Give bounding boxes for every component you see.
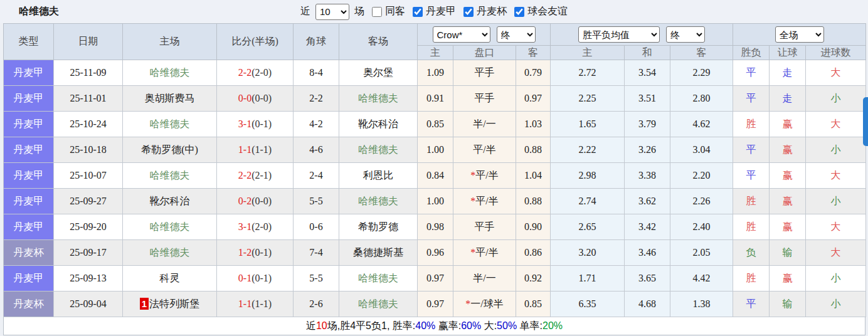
ah-home-odds: 0.85 <box>418 112 453 137</box>
result-wdl: 胜 <box>733 112 770 137</box>
scope-select[interactable]: 全场 <box>775 26 824 43</box>
result-goals: 小 <box>806 189 866 214</box>
halftime-score: (0-1) <box>251 273 272 283</box>
cup-dk-checkbox[interactable] <box>463 7 474 17</box>
match-type: 丹麦甲 <box>4 189 54 214</box>
away-team-cell: 哈维德夫 <box>339 86 418 112</box>
score-cell: 0-0(0-0) <box>217 86 294 112</box>
filter-controls: 近 10 场 同客 丹麦甲 丹麦杯 球会友谊 <box>0 0 868 23</box>
league-dk1-checkbox[interactable] <box>413 7 423 17</box>
cup-dk-label: 丹麦杯 <box>477 5 507 18</box>
ah-away-odds: 0.97 <box>516 86 551 112</box>
result-wdl: 胜 <box>733 266 770 291</box>
eu-home-odds: 2.72 <box>551 60 625 86</box>
score-cell: 1-2(0-1) <box>217 240 294 266</box>
subcol-handicap: 盘口 <box>453 46 516 60</box>
recent-count-select[interactable]: 10 <box>315 4 349 20</box>
col-header-home: 主场 <box>123 24 217 60</box>
away-team-cell: 哈维德夫 <box>339 266 418 291</box>
score-cell: 2-2(2-1) <box>217 163 294 189</box>
eu-home-odds: 1.71 <box>551 266 625 291</box>
match-date: 25-10-18 <box>54 137 123 163</box>
eu-away-odds: 2.80 <box>670 86 733 112</box>
ah-away-odds: 0.85 <box>516 291 551 317</box>
match-type: 丹麦甲 <box>4 60 54 86</box>
away-team-cell: 哈维德夫 <box>339 189 418 214</box>
match-date: 25-11-01 <box>54 86 123 112</box>
eu-away-odds: 4.42 <box>670 266 733 291</box>
summary-segment: 赢率: <box>435 320 461 331</box>
eu-home-odds: 2.74 <box>551 189 625 214</box>
result-wdl: 平 <box>733 86 770 112</box>
away-team-cell: 哈维德夫 <box>339 291 418 317</box>
away-team-name: 奥尔堡 <box>363 67 393 78</box>
match-type: 丹麦杯 <box>4 240 54 266</box>
fulltime-score: 0-0 <box>238 93 251 103</box>
handicap-line: 半/一 <box>453 112 516 137</box>
home-rank-badge: 1 <box>140 298 149 310</box>
summary-segment: 大: <box>481 320 497 331</box>
fulltime-score: 3-1 <box>238 118 251 129</box>
ah-away-odds: 0.90 <box>516 214 551 240</box>
handicap-line: *平/半 <box>453 189 516 214</box>
subcol-ah-home: 主 <box>418 46 453 60</box>
match-type: 丹麦甲 <box>4 214 54 240</box>
result-goals: 小 <box>806 137 866 163</box>
ah-away-odds: 1.04 <box>516 163 551 189</box>
away-team-name: 哈维德夫 <box>358 273 398 283</box>
result-handicap: 赢 <box>770 266 806 291</box>
eu-home-odds: 2.65 <box>551 214 625 240</box>
same-away-checkbox[interactable] <box>372 7 382 17</box>
same-away-label: 同客 <box>385 5 405 18</box>
eu-away-odds: 4.62 <box>670 112 733 137</box>
eu-home-odds: 6.35 <box>551 291 625 317</box>
handicap-line: 平手 <box>453 86 516 112</box>
fulltime-score: 0-2 <box>238 196 251 206</box>
halftime-score: (2-0) <box>251 221 272 232</box>
match-type: 丹麦杯 <box>4 291 54 317</box>
eu-company-select[interactable]: 胜平负均值 <box>578 26 660 43</box>
corners: 4-2 <box>294 112 339 137</box>
corners: 5-5 <box>294 266 339 291</box>
ah-home-odds: 0.91 <box>418 86 453 112</box>
ah-home-odds: 1.09 <box>418 60 453 86</box>
home-team-cell: 哈维德夫 <box>123 214 217 240</box>
score-cell: 0-2(0-0) <box>217 189 294 214</box>
ah-away-odds: 0.88 <box>516 137 551 163</box>
away-team-name: 希勒罗德 <box>358 221 398 232</box>
table-row: 丹麦甲 25-10-18 希勒罗德(中) 1-1(1-1) 4-6 哈维德夫 1… <box>4 137 866 163</box>
eu-time-select[interactable]: 终 <box>666 26 705 43</box>
eu-home-odds: 2.22 <box>551 137 625 163</box>
ah-home-odds: 0.97 <box>418 266 453 291</box>
table-row: 丹麦甲 25-11-09 哈维德夫 2-2(2-0) 8-4 奥尔堡 1.09 … <box>4 60 866 86</box>
halftime-score: (0-1) <box>251 247 272 258</box>
match-date: 25-09-17 <box>54 240 123 266</box>
result-wdl: 平 <box>733 291 770 317</box>
eu-draw-odds: 3.42 <box>625 214 670 240</box>
table-row: 丹麦甲 25-09-13 科灵 0-1(0-1) 5-5 哈维德夫 0.97 半… <box>4 266 866 291</box>
ah-time-select[interactable]: 终 <box>497 26 536 43</box>
table-row: 丹麦甲 25-11-01 奥胡斯费马 0-0(0-0) 2-2 哈维德夫 0.9… <box>4 86 866 112</box>
page-title: 哈维德夫 <box>19 5 59 18</box>
result-goals: 小 <box>806 86 866 112</box>
score-cell: 1-1(1-1) <box>217 137 294 163</box>
ah-away-odds: 0.92 <box>516 266 551 291</box>
home-team-name: 奥胡斯费马 <box>145 93 195 103</box>
result-wdl: 平 <box>733 60 770 86</box>
result-goals: 大 <box>806 163 866 189</box>
handicap-line: 半/一 <box>453 266 516 291</box>
away-team-cell: 靴尔科治 <box>339 112 418 137</box>
col-header-corners: 角球 <box>294 24 339 60</box>
col-header-away: 客场 <box>339 24 418 60</box>
friendly-checkbox[interactable] <box>514 7 524 17</box>
eu-home-odds: 3.20 <box>551 240 625 266</box>
corners: 0-6 <box>294 214 339 240</box>
ah-away-odds: 0.79 <box>516 60 551 86</box>
table-row: 丹麦甲 25-10-24 哈维德夫 3-1(0-1) 4-2 靴尔科治 0.85… <box>4 112 866 137</box>
result-wdl: 负 <box>733 240 770 266</box>
ah-home-odds: 0.98 <box>418 214 453 240</box>
ah-company-select[interactable]: Crow* <box>433 26 490 43</box>
ah-home-odds: 0.96 <box>418 240 453 266</box>
scrollbar-thumb[interactable] <box>863 97 868 146</box>
summary-segment: 50% <box>497 320 517 331</box>
